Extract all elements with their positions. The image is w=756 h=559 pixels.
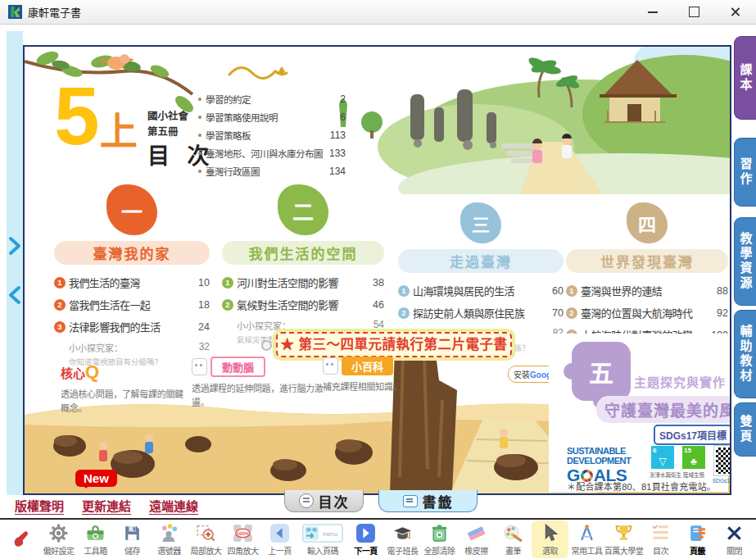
toolbar-button[interactable] <box>3 527 40 552</box>
page-number: 133 <box>328 148 346 159</box>
page-number: 6 <box>328 111 346 123</box>
next-page-icon <box>355 522 376 543</box>
eraser-icon <box>466 522 487 543</box>
lesson-row[interactable]: 3 法律影響我們的生活 24 <box>54 319 210 334</box>
toolbar-button[interactable]: 100% 四角放大 <box>224 520 261 558</box>
bookmark-pages-icon <box>687 522 708 543</box>
unit-title[interactable]: 走過臺灣 <box>398 249 564 273</box>
close-button[interactable] <box>728 6 741 19</box>
toolbar-button[interactable]: 關閉 <box>716 520 753 558</box>
lesson-row[interactable]: 2 氣候對生活空間的影響 46 <box>222 297 384 312</box>
toolbar-button[interactable]: 下一頁 <box>347 520 384 558</box>
unit-number-badge: 一 <box>106 184 157 235</box>
toolbar-button[interactable]: 常用工具 <box>568 520 605 558</box>
page-number: 134 <box>328 166 346 177</box>
front-matter-item[interactable]: 臺灣地形、河川與水庫分布圖 133 <box>198 147 346 160</box>
lesson-number-icon: 3 <box>54 321 66 333</box>
lesson-number-icon: 1 <box>398 285 410 297</box>
page-number: 60 <box>545 285 564 297</box>
toolbar-button[interactable]: 工具箱 <box>77 520 114 558</box>
lesson-row[interactable]: 1 臺灣與世界的連結 88 <box>566 283 728 298</box>
toolbar-button[interactable]: 偏好設定 <box>40 520 77 558</box>
maximize-button[interactable] <box>687 6 700 19</box>
next-arrow-button[interactable] <box>7 236 22 256</box>
lesson-number-icon: 1 <box>566 285 577 297</box>
lesson-number-icon: 2 <box>54 299 66 311</box>
toolbar-button[interactable]: 儲存 <box>114 520 151 558</box>
unit-title[interactable]: 世界發現臺灣 <box>566 249 728 273</box>
toolbar-button[interactable]: 選取 <box>532 520 568 558</box>
toolbar-button[interactable]: 局部放大 <box>188 520 224 558</box>
unit-title[interactable]: 臺灣我的家 <box>54 241 210 265</box>
close-icon <box>730 7 740 17</box>
side-tabs: 課本 習作 教學資源 輔助教材 雙頁 <box>731 36 756 457</box>
sdg-qr: SDGs17項目標 <box>713 446 731 484</box>
gear-icon <box>48 522 69 543</box>
side-tab[interactable]: 課本 <box>734 36 756 120</box>
legend-core-q: 核心Q 透過核心問題，了解每課的關鍵概念。 <box>61 361 185 415</box>
footer-link[interactable]: 版權聲明 <box>15 497 64 515</box>
toolbar-button[interactable]: 百萬大學堂 <box>605 520 642 558</box>
page-number: 46 <box>366 299 384 311</box>
gold-swirl <box>228 60 290 86</box>
select-cursor-icon <box>540 522 560 543</box>
lesson-list: 1 河川對生活空間的影響 38 2 氣候對生活空間的影響 46 <box>222 275 384 312</box>
toolbar-button[interactable]: 畫筆 <box>495 520 532 558</box>
toolbar-button[interactable]: 選號器 <box>151 520 188 558</box>
sdgs-button[interactable]: SDGs17項目標 <box>654 425 731 445</box>
maximize-icon <box>689 7 699 17</box>
landscape-illustration <box>333 47 730 194</box>
lesson-row[interactable]: 2 臺灣的位置與大航海時代 92 <box>566 305 728 320</box>
bullet-icon <box>198 116 201 119</box>
lesson-list: 1 山海環境與居民的生活 60 2 探訪史前人類與原住民族 70 <box>398 283 564 320</box>
lesson-row[interactable]: 1 河川對生活空間的影響 38 <box>222 275 384 290</box>
front-matter-item[interactable]: 學習策略板 113 <box>198 129 346 142</box>
bookmark-bottom-tab[interactable]: 書籤 <box>378 490 478 512</box>
unit-column: 二 我們生活的空間 1 河川對生活空間的影響 38 2 <box>222 176 384 345</box>
lesson-list: 1 我們生活的臺灣 10 2 當我們生活在一起 18 <box>54 275 210 334</box>
subject-block: 國小社會第五冊 <box>147 109 188 141</box>
unit5-puzzle-badge: 五 <box>572 342 631 401</box>
front-matter-item[interactable]: 學習策略使用說明 6 <box>198 111 346 124</box>
footer-link[interactable]: 更新連結 <box>82 497 131 515</box>
svg-text:100%: 100% <box>237 529 250 535</box>
new-badge: New <box>75 470 117 487</box>
side-tab[interactable]: 教學資源 <box>734 217 756 306</box>
toolbar-button[interactable]: 全部清除 <box>421 520 458 558</box>
sdg-note: ＊配合課本第80、81頁社會充電站。 <box>567 479 716 493</box>
page-number: 92 <box>710 307 728 319</box>
lesson-row[interactable]: 2 探訪史前人類與原住民族 70 <box>398 305 564 320</box>
side-tab[interactable]: 雙頁 <box>734 402 756 457</box>
footer-link[interactable]: 遠端連線 <box>149 497 198 515</box>
class-leader-icon <box>392 522 413 543</box>
toolbar-button[interactable]: 橡皮擦 <box>458 520 495 558</box>
lesson-number-icon: 1 <box>54 277 66 289</box>
app-logo-icon <box>8 5 22 19</box>
toolbar-button[interactable]: 上一頁 <box>261 520 298 558</box>
toc-bottom-tab[interactable]: 目次 <box>284 490 364 512</box>
front-matter-item[interactable]: 學習的約定 2 <box>198 93 346 106</box>
toolbar-button[interactable]: menu 輸入頁碼 <box>298 520 347 558</box>
lesson-row[interactable]: 1 我們生活的臺灣 10 <box>54 275 210 290</box>
page-number: 32 <box>192 341 210 354</box>
brush-icon <box>503 522 523 543</box>
unit-title[interactable]: 我們生活的空間 <box>222 241 384 265</box>
side-tab[interactable]: 輔助教材 <box>734 310 756 398</box>
svg-text:menu: menu <box>323 530 337 538</box>
qr-code-icon <box>714 446 731 475</box>
main-area: 5上 國小社會第五冊 目 次 學習的約定 2 學習策略使用說明 6 <box>0 25 756 518</box>
sdg-goal-icons: 6▽ 潔淨水與衛生 15♣ 陸域生態 <box>650 446 707 479</box>
minimize-button[interactable] <box>646 6 659 19</box>
titlebar: 康軒電子書 <box>0 0 756 25</box>
lesson-row[interactable]: 2 當我們生活在一起 18 <box>54 297 210 312</box>
lesson-number-icon: 2 <box>398 307 410 319</box>
bookmark-tab-icon <box>403 495 418 507</box>
prev-arrow-button[interactable] <box>7 285 22 305</box>
toolbar-button[interactable]: 頁籤 <box>679 520 716 558</box>
lesson-row[interactable]: 1 山海環境與居民的生活 60 <box>398 283 564 298</box>
side-tab[interactable]: 習作 <box>734 138 756 207</box>
toolbar-button[interactable]: 電子班長 <box>384 520 421 558</box>
quiz-icon <box>613 522 634 543</box>
app-window: { "window": { "title": "康軒電子書" }, "side_… <box>0 0 756 559</box>
toolbar-button[interactable]: 目次 <box>642 520 679 558</box>
